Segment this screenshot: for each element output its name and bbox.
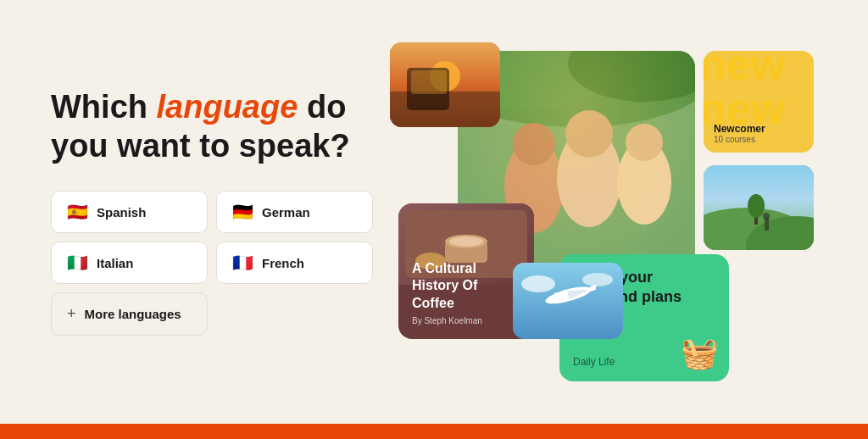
card-newcomer-courses: 10 courses [714,135,804,144]
flag-italian: 🇮🇹 [67,254,88,271]
card-coffee-author: By Steph Koelman [412,316,520,325]
card-newcomer-bg-text: newnew [704,51,785,131]
headline-highlight: language [157,89,298,125]
svg-point-39 [763,213,770,220]
main-content: Which language doyou want to speak? 🇪🇸 S… [0,0,868,424]
card-newcomer-title: Newcomer [714,123,804,135]
language-grid: 🇪🇸 Spanish 🇩🇪 German 🇮🇹 Italian 🇫🇷 Frenc… [51,191,373,284]
language-btn-german[interactable]: 🇩🇪 German [216,191,373,233]
flag-spanish: 🇪🇸 [67,203,88,220]
svg-rect-19 [411,70,447,94]
photo-landscape [704,165,814,250]
basket-icon: 🧺 [681,336,719,371]
headline: Which language doyou want to speak? [51,88,373,165]
left-section: Which language doyou want to speak? 🇪🇸 S… [51,88,373,336]
photo-car [390,42,500,127]
language-label-italian: Italian [97,256,133,270]
svg-point-28 [582,273,613,286]
card-newcomer: newnew Newcomer 10 courses [704,51,814,153]
language-btn-french[interactable]: 🇫🇷 French [216,242,373,284]
svg-point-24 [449,236,483,247]
svg-rect-38 [765,218,769,231]
language-label-spanish: Spanish [97,205,146,220]
flag-german: 🇩🇪 [232,203,253,220]
more-languages-label: More languages [85,307,181,321]
plus-icon: + [67,305,76,323]
headline-part1: Which [51,89,157,125]
language-btn-italian[interactable]: 🇮🇹 Italian [51,242,208,284]
language-btn-spanish[interactable]: 🇪🇸 Spanish [51,191,208,233]
right-section: A Cultural History Of Coffee By Steph Ko… [390,34,817,390]
photo-plane [513,263,623,339]
svg-point-37 [748,194,765,218]
flag-french: 🇫🇷 [232,254,253,271]
more-languages-button[interactable]: + More languages [51,292,208,336]
card-coffee-title: A Cultural History Of Coffee [412,260,520,313]
language-label-german: German [262,205,310,220]
svg-point-27 [521,275,555,292]
language-label-french: French [262,256,304,270]
bottom-banner: Over 15 million subscriptions sold! [0,424,868,439]
